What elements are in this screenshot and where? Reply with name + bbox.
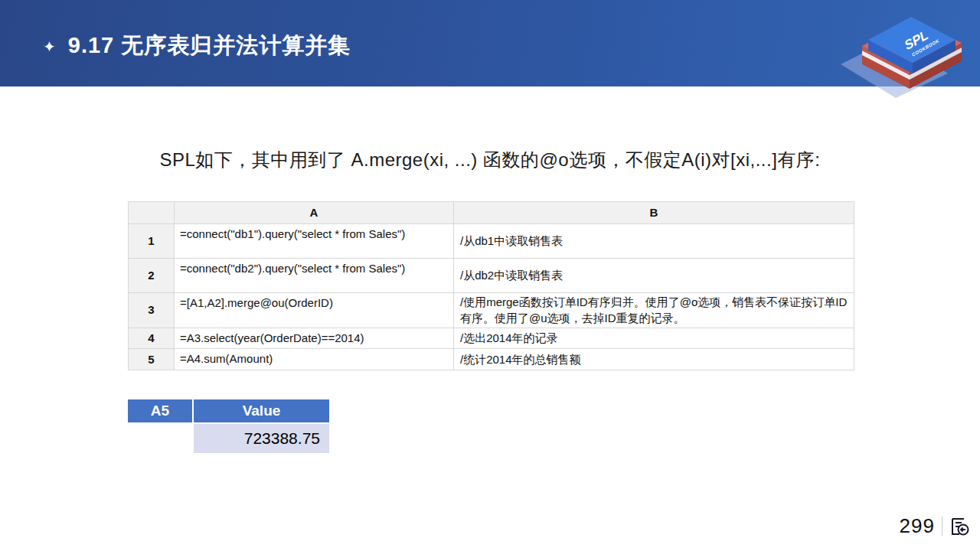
code-cell: =A4.sum(Amount): [175, 349, 454, 370]
comment-cell: /选出2014年的记录: [454, 328, 854, 349]
back-to-contents-icon[interactable]: [949, 517, 969, 536]
spl-cookbook-books-icon: SPL COOKBOOK: [833, 5, 971, 98]
code-table-header-row: A B: [129, 202, 854, 224]
comment-cell: /从db1中读取销售表: [454, 224, 854, 259]
code-cell: =A3.select(year(OrderDate)==2014): [175, 328, 454, 349]
column-a-header: A: [175, 202, 454, 224]
table-row: 4 =A3.select(year(OrderDate)==2014) /选出2…: [129, 328, 854, 349]
row-number: 5: [129, 349, 175, 370]
slide-subtitle: SPL如下，其中用到了 A.merge(xi, ...) 函数的@o选项，不假定…: [0, 148, 980, 172]
result-table-body: 723388.75: [128, 424, 329, 453]
column-b-header: B: [454, 202, 854, 224]
result-value-header: Value: [194, 399, 329, 422]
result-cell-ref-header: A5: [128, 399, 192, 422]
footer-divider: [942, 517, 942, 536]
code-cell: =[A1,A2].merge@ou(OrderID): [175, 293, 454, 328]
row-number: 3: [129, 293, 175, 328]
row-number: 4: [129, 328, 175, 349]
table-row: 3 =[A1,A2].merge@ou(OrderID) /使用merge函数按…: [129, 293, 854, 328]
comment-cell: /从db2中读取销售表: [454, 259, 854, 293]
header-title-row: ✦ 9.17 无序表归并法计算并集: [43, 31, 351, 61]
spl-code-table-container: A B 1 =connect("db1").query("select * fr…: [128, 201, 854, 370]
result-table-header: A5 Value: [128, 399, 329, 422]
slide-header-bar: ✦ 9.17 无序表归并法计算并集 SPL COOKBOOK: [0, 0, 980, 86]
result-empty-cell: [128, 424, 192, 453]
table-row: 2 =connect("db2").query("select * from S…: [129, 259, 854, 293]
code-cell: =connect("db2").query("select * from Sal…: [175, 259, 454, 293]
comment-cell: /统计2014年的总销售额: [454, 349, 854, 370]
table-row: 1 =connect("db1").query("select * from S…: [129, 224, 854, 259]
page-number: 299: [900, 514, 935, 538]
corner-header-cell: [129, 202, 175, 224]
result-value-cell: 723388.75: [194, 424, 329, 453]
table-row: 5 =A4.sum(Amount) /统计2014年的总销售额: [129, 349, 854, 370]
row-number: 2: [129, 259, 175, 293]
row-number: 1: [129, 224, 175, 259]
comment-cell: /使用merge函数按订单ID有序归并。使用了@o选项，销售表不保证按订单ID有…: [454, 293, 854, 328]
slide-title: 9.17 无序表归并法计算并集: [68, 31, 351, 61]
slide-footer: 299: [900, 514, 969, 538]
sparkle-icon: ✦: [43, 39, 56, 54]
spl-code-table: A B 1 =connect("db1").query("select * fr…: [128, 201, 854, 370]
result-table: A5 Value 723388.75: [128, 399, 329, 453]
code-cell: =connect("db1").query("select * from Sal…: [175, 224, 454, 259]
